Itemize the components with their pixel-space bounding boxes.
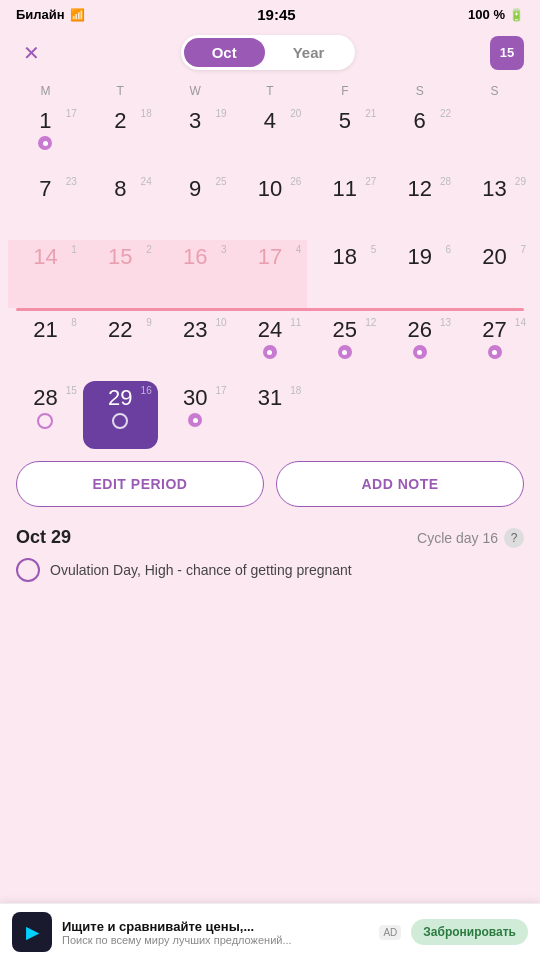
cal-day-17[interactable]: 4 17	[233, 240, 308, 308]
dot-filled-30	[188, 413, 202, 427]
cal-day-empty-3	[382, 381, 457, 449]
cal-day-empty-4	[457, 381, 532, 449]
time-label: 19:45	[257, 6, 295, 23]
status-bar: Билайн 📶 19:45 100 % 🔋	[0, 0, 540, 29]
ad-text: Ищите и сравнивайте цены,... Поиск по вс…	[62, 919, 369, 946]
cycle-info: Cycle day 16 ?	[417, 528, 524, 548]
cycle-day-label: Cycle day 16	[417, 530, 498, 546]
weekday-t1: T	[83, 80, 158, 102]
carrier-label: Билайн	[16, 7, 65, 22]
dot-ring-29	[112, 413, 128, 429]
battery-icon: 🔋	[509, 8, 524, 22]
cal-day-16[interactable]: 3 16	[158, 240, 233, 308]
ovulation-row: Ovulation Day, High - chance of getting …	[16, 558, 524, 582]
ovulation-text: Ovulation Day, High - chance of getting …	[50, 562, 352, 578]
ad-title: Ищите и сравнивайте цены,...	[62, 919, 369, 934]
cal-day-19[interactable]: 6 19	[382, 240, 457, 308]
weekday-f: F	[307, 80, 382, 102]
cal-day-empty-1	[457, 104, 532, 172]
calendar-row-1: 17 1 18 2 19 3 20 4 21 5 22 6	[8, 104, 532, 172]
dot-ring-28	[37, 413, 53, 429]
tab-group: Oct Year	[181, 35, 356, 70]
cal-day-28[interactable]: 15 28	[8, 381, 83, 449]
cal-day-2[interactable]: 18 2	[83, 104, 158, 172]
battery-label: 100 %	[468, 7, 505, 22]
cal-day-5[interactable]: 21 5	[307, 104, 382, 172]
cal-day-26[interactable]: 13 26	[382, 313, 457, 381]
cal-day-10[interactable]: 26 10	[233, 172, 308, 240]
cal-day-15[interactable]: 2 15	[83, 240, 158, 308]
ovulation-icon	[16, 558, 40, 582]
calendar-row-2: 23 7 24 8 25 9 26 10 27 11 28 12 29 13	[8, 172, 532, 240]
calendar-row-4: 8 21 9 22 10 23 11 24 12 25 13 26 14 27	[8, 313, 532, 381]
weekday-m: M	[8, 80, 83, 102]
cal-day-20[interactable]: 7 20	[457, 240, 532, 308]
tab-year[interactable]: Year	[265, 38, 353, 67]
status-left: Билайн 📶	[16, 7, 85, 22]
add-note-button[interactable]: ADD NOTE	[276, 461, 524, 507]
weekdays-row: M T W T F S S	[8, 80, 532, 102]
day-detail-header: Oct 29 Cycle day 16 ?	[16, 527, 524, 548]
dot-filled-27	[488, 345, 502, 359]
pink-line	[16, 308, 524, 311]
cal-day-empty-2	[307, 381, 382, 449]
tab-oct[interactable]: Oct	[184, 38, 265, 67]
dot-filled-1	[38, 136, 52, 150]
weekday-t2: T	[233, 80, 308, 102]
dot-filled-24	[263, 345, 277, 359]
cal-day-4[interactable]: 20 4	[233, 104, 308, 172]
dot-filled-26	[413, 345, 427, 359]
cal-day-1[interactable]: 17 1	[8, 104, 83, 172]
detail-date: Oct 29	[16, 527, 71, 548]
weekday-s1: S	[382, 80, 457, 102]
cal-day-7[interactable]: 23 7	[8, 172, 83, 240]
status-right: 100 % 🔋	[468, 7, 524, 22]
cal-day-12[interactable]: 28 12	[382, 172, 457, 240]
cal-day-29[interactable]: 16 29	[83, 381, 158, 449]
calendar-icon[interactable]: 15	[490, 36, 524, 70]
ad-banner: ▶ Ищите и сравнивайте цены,... Поиск по …	[0, 903, 540, 960]
day-detail: Oct 29 Cycle day 16 ? Ovulation Day, Hig…	[0, 519, 540, 598]
help-icon[interactable]: ?	[504, 528, 524, 548]
cal-day-11[interactable]: 27 11	[307, 172, 382, 240]
cal-day-8[interactable]: 24 8	[83, 172, 158, 240]
cal-day-31[interactable]: 18 31	[233, 381, 308, 449]
ad-cta-button[interactable]: Забронировать	[411, 919, 528, 945]
header: ✕ Oct Year 15	[0, 29, 540, 80]
cal-day-23[interactable]: 10 23	[158, 313, 233, 381]
close-button[interactable]: ✕	[16, 38, 46, 68]
cal-day-3[interactable]: 19 3	[158, 104, 233, 172]
calendar-row-5: 15 28 16 29 17 30 18 31	[8, 381, 532, 449]
cal-day-25[interactable]: 12 25	[307, 313, 382, 381]
cal-day-9[interactable]: 25 9	[158, 172, 233, 240]
wifi-icon: 📶	[70, 8, 85, 22]
ad-badge: AD	[379, 925, 401, 940]
dot-filled-25	[338, 345, 352, 359]
cal-day-30[interactable]: 17 30	[158, 381, 233, 449]
cal-day-27[interactable]: 14 27	[457, 313, 532, 381]
cal-day-14[interactable]: 1 14	[8, 240, 83, 308]
cal-day-24[interactable]: 11 24	[233, 313, 308, 381]
action-buttons: EDIT PERIOD ADD NOTE	[0, 449, 540, 519]
weekday-w: W	[158, 80, 233, 102]
close-icon: ✕	[23, 41, 40, 65]
cal-day-22[interactable]: 9 22	[83, 313, 158, 381]
cal-day-18[interactable]: 5 18	[307, 240, 382, 308]
weekday-s2: S	[457, 80, 532, 102]
calendar-row-3: 1 14 2 15 3 16 4 17 5 18 6 19 7 20	[8, 240, 532, 308]
calendar: M T W T F S S 17 1 18 2 19 3 20 4 21 5	[0, 80, 540, 449]
cal-day-21[interactable]: 8 21	[8, 313, 83, 381]
ad-subtitle: Поиск по всему миру лучших предложений..…	[62, 934, 369, 946]
edit-period-button[interactable]: EDIT PERIOD	[16, 461, 264, 507]
ad-logo-icon: ▶	[12, 912, 52, 952]
cal-day-6[interactable]: 22 6	[382, 104, 457, 172]
cal-day-13[interactable]: 29 13	[457, 172, 532, 240]
